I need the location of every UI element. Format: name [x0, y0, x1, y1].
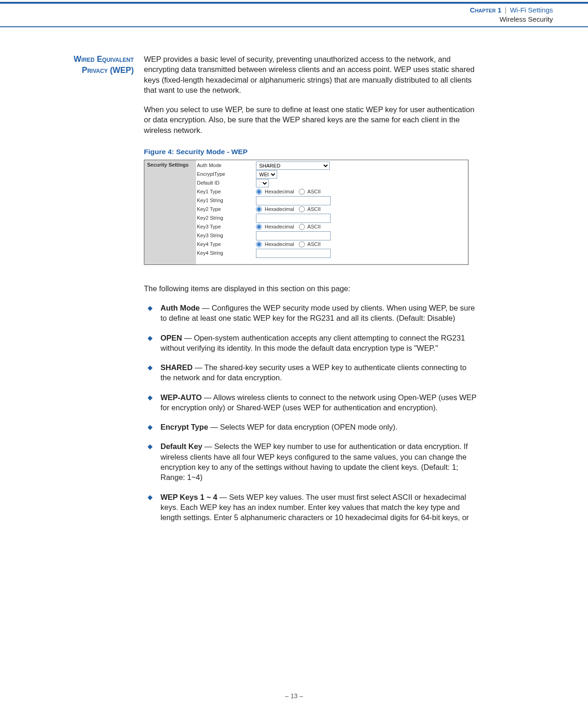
paragraph-3: The following items are displayed in thi…	[144, 283, 477, 294]
key1-string-label: Key1 String	[196, 197, 256, 204]
screenshot-form: Auth Mode SHARED EncryptType	[196, 160, 468, 264]
key1-type-hex-radio[interactable]	[256, 189, 262, 195]
key2-type-ascii-text: ASCII	[308, 206, 321, 213]
encrypt-type-select[interactable]: WEP	[256, 170, 277, 179]
key2-string-input[interactable]	[256, 214, 331, 223]
chapter-label: Chapter 1	[470, 6, 502, 14]
security-settings-screenshot: Security Settings Auth Mode SHARED Enc	[144, 160, 469, 265]
desc: — Selects the WEP key number to use for …	[160, 442, 468, 481]
key3-string-input[interactable]	[256, 231, 331, 240]
key4-string-input[interactable]	[256, 249, 331, 258]
term: Encrypt Type	[160, 423, 208, 431]
list-item: OPEN — Open-system authentication accept…	[144, 333, 477, 363]
encrypt-type-label: EncryptType	[196, 171, 256, 178]
list-item: Auth Mode — Configures the WEP security …	[144, 303, 477, 333]
key2-string-label: Key2 String	[196, 215, 256, 222]
term: OPEN	[160, 334, 182, 342]
key4-string-label: Key4 String	[196, 250, 256, 257]
page-number: – 13 –	[0, 692, 588, 701]
key3-type-hex-radio[interactable]	[256, 224, 262, 230]
list-item: SHARED — The shared-key security uses a …	[144, 362, 477, 392]
key4-type-ascii-radio[interactable]	[299, 241, 305, 247]
key1-type-ascii-radio[interactable]	[299, 189, 305, 195]
margin-heading: Wired Equivalent Privacy (WEP)	[67, 54, 134, 144]
auth-mode-label: Auth Mode	[196, 162, 256, 169]
key4-type-hex-radio[interactable]	[256, 241, 262, 247]
desc: — Allows wireless clients to connect to …	[160, 393, 476, 412]
key1-type-hex-text: Hexadecimal	[265, 188, 294, 195]
term: SHARED	[160, 363, 193, 371]
term: WEP-AUTO	[160, 393, 202, 401]
desc: — Open-system authentication accepts any…	[160, 334, 465, 352]
term: Default Key	[160, 442, 202, 450]
desc: — Configures the WEP security mode used …	[160, 304, 475, 322]
figure-caption: Figure 4: Security Mode - WEP	[144, 147, 477, 157]
key2-type-label: Key2 Type	[196, 206, 256, 213]
key4-type-ascii-text: ASCII	[308, 241, 321, 248]
key2-type-ascii-radio[interactable]	[299, 206, 305, 212]
screenshot-sidebar: Security Settings	[144, 160, 196, 264]
definition-list: Auth Mode — Configures the WEP security …	[144, 303, 477, 532]
key1-type-label: Key1 Type	[196, 188, 256, 195]
key2-type-hex-text: Hexadecimal	[265, 206, 294, 213]
header-pipe: |	[505, 6, 507, 14]
key3-type-label: Key3 Type	[196, 223, 256, 230]
auth-mode-select[interactable]: SHARED	[256, 162, 330, 170]
key2-type-hex-radio[interactable]	[256, 206, 262, 212]
header-section: Wi-Fi Settings	[510, 6, 553, 14]
list-item: Encrypt Type — Selects WEP for data encr…	[144, 422, 477, 441]
key1-string-input[interactable]	[256, 196, 331, 205]
key3-string-label: Key3 String	[196, 232, 256, 239]
key1-type-ascii-text: ASCII	[308, 188, 321, 195]
header-subsection: Wireless Security	[0, 15, 553, 24]
default-id-label: Default ID	[196, 180, 256, 186]
default-id-select[interactable]: 1	[256, 179, 269, 187]
list-item: Default Key — Selects the WEP key number…	[144, 441, 477, 491]
list-item: WEP-AUTO — Allows wireless clients to co…	[144, 392, 477, 422]
key3-type-hex-text: Hexadecimal	[265, 223, 294, 230]
page-header: Chapter 1 | Wi-Fi Settings Wireless Secu…	[0, 2, 588, 27]
term: Auth Mode	[160, 304, 200, 312]
paragraph-1: WEP provides a basic level of security, …	[144, 54, 477, 95]
key3-type-ascii-text: ASCII	[308, 223, 321, 230]
key4-type-hex-text: Hexadecimal	[265, 241, 294, 248]
paragraph-2: When you select to use WEP, be sure to d…	[144, 104, 477, 135]
key4-type-label: Key4 Type	[196, 241, 256, 248]
term: WEP Keys 1 ~ 4	[160, 493, 217, 501]
desc: — Selects WEP for data encryption (OPEN …	[208, 423, 398, 431]
desc: — The shared-key security uses a WEP key…	[160, 363, 466, 382]
key3-type-ascii-radio[interactable]	[299, 224, 305, 230]
header-line-1: Chapter 1 | Wi-Fi Settings	[0, 6, 553, 15]
list-item: WEP Keys 1 ~ 4 — Sets WEP key values. Th…	[144, 492, 477, 532]
